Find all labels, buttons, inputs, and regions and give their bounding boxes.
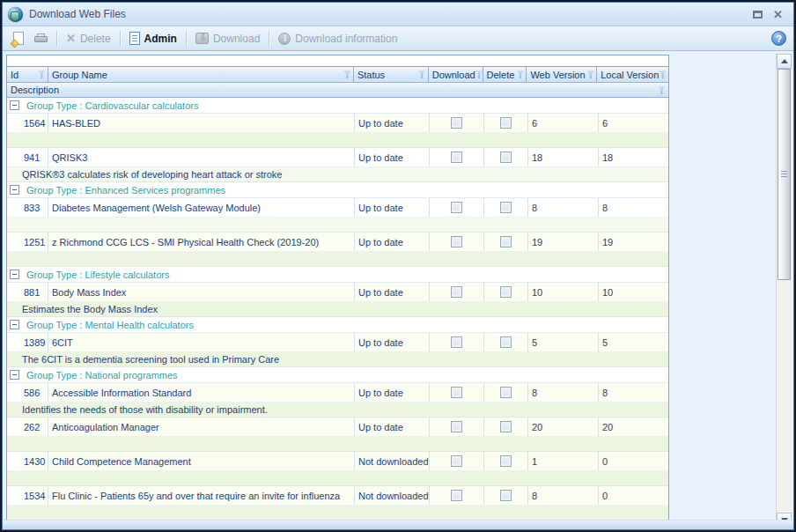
row-indent	[7, 233, 20, 251]
table-row[interactable]: 1564HAS-BLEDUp to date66	[7, 114, 668, 133]
delete-checkbox[interactable]	[500, 202, 512, 213]
download-checkbox[interactable]	[451, 151, 462, 163]
column-header-delete[interactable]: Delete	[483, 67, 527, 83]
toolbar: ✕ Delete Admin Download Download informa…	[3, 26, 793, 51]
grid-new-item-row[interactable]	[7, 55, 668, 67]
filter-icon[interactable]	[343, 70, 351, 78]
vertical-scrollbar[interactable]	[776, 54, 792, 528]
group-row-group-type-mental-health-calculators[interactable]: Group Type : Mental Health calculators	[7, 317, 668, 333]
column-header-group-name[interactable]: Group Name	[48, 67, 354, 83]
app-globe-icon	[8, 7, 23, 22]
filter-icon[interactable]	[418, 70, 426, 78]
print-button[interactable]	[29, 32, 53, 46]
column-header-local-version[interactable]: Local Version	[597, 67, 668, 83]
download-checkbox[interactable]	[451, 202, 462, 213]
download-checkbox[interactable]	[451, 336, 462, 348]
delete-checkbox[interactable]	[500, 336, 512, 348]
filter-icon[interactable]	[475, 70, 483, 78]
cell-group-name: Body Mass Index	[48, 283, 355, 301]
help-button[interactable]: ?	[771, 31, 786, 46]
table-row[interactable]: 833Diabetes Management (Welsh Gateway Mo…	[7, 198, 668, 218]
collapse-icon[interactable]	[10, 185, 19, 195]
cell-id: 1251	[20, 233, 48, 251]
toolbar-separator	[186, 31, 187, 47]
filter-icon[interactable]	[516, 70, 524, 78]
collapse-icon[interactable]	[10, 100, 19, 110]
download-checkbox[interactable]	[451, 286, 462, 298]
column-header-web-version[interactable]: Web Version	[527, 67, 597, 83]
cell-delete	[484, 283, 528, 301]
table-row[interactable]: 1251z Richmond CCG LCS - SMI Physical He…	[7, 233, 668, 252]
table-row[interactable]: 941QRISK3Up to date1818	[7, 148, 668, 167]
cell-download	[430, 198, 484, 217]
group-row-group-type-cardiovascular-calculators[interactable]: Group Type : Cardiovascular calculators	[7, 98, 668, 114]
delete-checkbox[interactable]	[500, 236, 512, 248]
group-row-group-type-national-programmes[interactable]: Group Type : National programmes	[7, 367, 668, 383]
group-row-group-type-lifestyle-calculators[interactable]: Group Type : Lifestyle calculators	[7, 267, 668, 283]
table-row[interactable]: 881Body Mass IndexUp to date1010	[7, 283, 668, 302]
cell-local-version: 19	[599, 233, 670, 251]
scroll-up-button[interactable]	[777, 54, 792, 69]
table-row[interactable]: 1534Flu Clinic - Patients 65y and over t…	[7, 486, 668, 506]
delete-button[interactable]: ✕ Delete	[61, 30, 116, 47]
group-row-label: Group Type : Enhanced Services programme…	[26, 185, 225, 196]
collapse-icon[interactable]	[10, 370, 19, 380]
row-indent	[7, 333, 20, 351]
table-row[interactable]: 262Anticoagulation ManagerUp to date2020	[7, 417, 668, 437]
download-checkbox[interactable]	[451, 421, 462, 432]
filter-icon[interactable]	[38, 70, 46, 78]
toolbar-separator	[120, 31, 121, 47]
cell-id: 1389	[20, 333, 48, 351]
column-header-download[interactable]: Download	[429, 67, 483, 83]
delete-checkbox[interactable]	[500, 151, 512, 163]
cell-local-version: 8	[599, 383, 670, 402]
delete-checkbox[interactable]	[500, 117, 512, 129]
download-checkbox[interactable]	[451, 455, 462, 467]
description-column-header[interactable]: Description	[7, 83, 668, 98]
description-header-label: Description	[11, 85, 59, 95]
cell-status: Up to date	[355, 383, 430, 402]
admin-button-label: Admin	[144, 33, 177, 45]
download-checkbox[interactable]	[451, 236, 462, 248]
download-button[interactable]: Download	[190, 31, 265, 47]
scrollbar-thumb[interactable]	[778, 69, 791, 280]
delete-checkbox[interactable]	[500, 490, 512, 501]
close-button[interactable]: ✕	[773, 9, 783, 20]
collapse-icon[interactable]	[10, 270, 19, 279]
print-preview-button[interactable]	[8, 30, 29, 47]
row-indent	[7, 452, 20, 470]
filter-icon[interactable]	[586, 70, 594, 78]
delete-checkbox[interactable]	[500, 286, 512, 298]
column-header-label: Web Version	[530, 70, 585, 80]
row-indent	[7, 383, 20, 402]
filter-icon[interactable]	[659, 70, 667, 78]
download-information-button[interactable]: Download information	[273, 31, 402, 47]
delete-checkbox[interactable]	[500, 455, 512, 467]
cell-status: Not downloaded	[355, 452, 430, 470]
group-row-group-type-enhanced-services-programmes[interactable]: Group Type : Enhanced Services programme…	[7, 182, 668, 198]
table-row[interactable]: 1430Child Competence ManagementNot downl…	[7, 452, 668, 471]
table-row[interactable]: 586Accessible Information StandardUp to …	[7, 383, 668, 403]
cell-delete	[484, 383, 528, 402]
column-header-id[interactable]: Id	[7, 67, 48, 83]
column-header-status[interactable]: Status	[354, 67, 429, 83]
description-row	[7, 218, 668, 233]
maximize-restore-button[interactable]	[753, 11, 763, 18]
group-row-label: Group Type : Mental Health calculators	[26, 320, 194, 330]
admin-button[interactable]: Admin	[124, 30, 182, 47]
collapse-icon[interactable]	[10, 320, 19, 329]
cell-delete	[484, 452, 528, 470]
delete-checkbox[interactable]	[500, 387, 512, 398]
row-indent	[7, 148, 20, 166]
group-row-label: Group Type : Cardiovascular calculators	[26, 100, 198, 111]
description-row: Identifies the needs of those with disab…	[7, 403, 668, 417]
filter-icon[interactable]	[658, 86, 666, 94]
table-row[interactable]: 13896CITUp to date55	[7, 333, 668, 352]
cell-group-name: Child Competence Management	[48, 452, 355, 470]
cell-web-version: 18	[528, 148, 599, 166]
delete-checkbox[interactable]	[500, 421, 512, 432]
download-checkbox[interactable]	[451, 117, 462, 129]
download-checkbox[interactable]	[451, 387, 462, 398]
download-checkbox[interactable]	[451, 490, 462, 501]
description-row	[7, 437, 668, 452]
